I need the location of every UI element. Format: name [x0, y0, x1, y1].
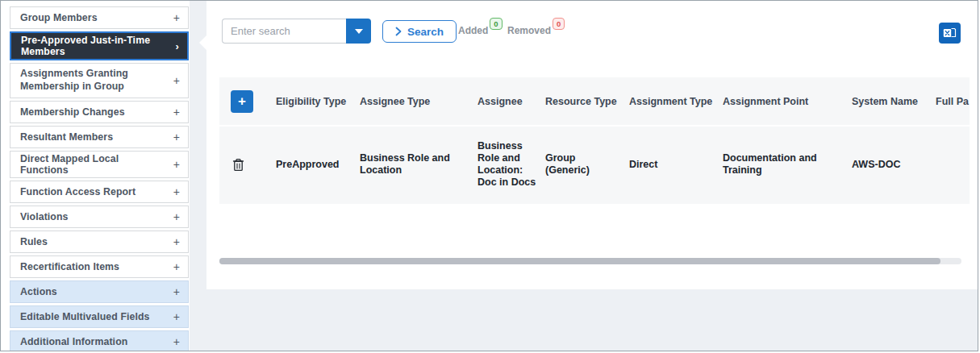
expand-plus-icon: + [173, 106, 180, 118]
sidebar-item-label: Direct Mapped Local Functions [20, 153, 167, 176]
cell-assignee-type: Business Role and Location [360, 152, 477, 176]
added-count-badge: 0 [490, 18, 502, 30]
sidebar-item-rules[interactable]: Rules + [10, 230, 189, 253]
search-dropdown-button[interactable] [346, 19, 371, 44]
sidebar-item-recertification-items[interactable]: Recertification Items + [10, 255, 189, 278]
chevron-right-icon: › [176, 40, 179, 52]
sidebar-item-label: Resultant Members [20, 131, 113, 143]
add-row-button[interactable]: + [231, 90, 253, 113]
expand-plus-icon: + [173, 210, 180, 223]
column-header-system-name: System Name [852, 96, 936, 107]
added-label: Added [458, 25, 488, 36]
panel-notch-pointer [199, 35, 206, 50]
search-input[interactable] [222, 19, 346, 44]
column-header-assignment-type: Assignment Type [629, 96, 723, 107]
delete-row-button[interactable] [232, 158, 244, 172]
column-header-assignment-point: Assignment Point [723, 96, 852, 107]
results-table: + Eligibility Type Assignee Type Assigne… [219, 77, 970, 204]
excel-icon [943, 27, 957, 39]
sidebar-item-label: Pre-Approved Just-in-Time Members [21, 35, 169, 57]
main-panel: Search Added0 Removed0 + Eligibi [206, 1, 978, 289]
sidebar-item-pre-approved-jit-members[interactable]: Pre-Approved Just-in-Time Members › [10, 31, 189, 60]
trash-icon [232, 158, 244, 172]
expand-plus-icon: + [173, 11, 180, 24]
removed-counter: Removed0 [507, 25, 565, 37]
sidebar-item-label: Membership Changes [20, 106, 125, 118]
chevron-right-icon [395, 27, 402, 36]
search-button[interactable]: Search [382, 20, 457, 43]
column-header-resource-type: Resource Type [545, 96, 629, 107]
export-to-excel-button[interactable] [939, 23, 961, 44]
sidebar-item-label: Assignments Granting Membership in Group [20, 68, 164, 93]
expand-plus-icon: + [173, 235, 180, 248]
sidebar-item-label: Function Access Report [20, 186, 136, 197]
column-header-eligibility-type: Eligibility Type [276, 96, 360, 107]
cell-assignment-type: Direct [629, 159, 723, 171]
sidebar-item-resultant-members[interactable]: Resultant Members + [10, 126, 189, 148]
sidebar-item-label: Violations [20, 211, 69, 222]
column-header-assignee-type: Assignee Type [360, 96, 477, 107]
table-row: PreApproved Business Role and Location B… [219, 127, 970, 202]
search-group [222, 19, 371, 44]
sidebar-item-label: Editable Multivalued Fields [20, 311, 150, 322]
expand-plus-icon: + [173, 131, 180, 143]
sidebar-item-group-members[interactable]: Group Members + [10, 6, 189, 29]
removed-label: Removed [507, 25, 551, 36]
cell-assignee-link[interactable]: Business Role and Location: Doc in Docs [477, 140, 545, 189]
table-header-row: + Eligibility Type Assignee Type Assigne… [219, 77, 970, 127]
sidebar-item-violations[interactable]: Violations + [10, 206, 189, 228]
sidebar-item-actions[interactable]: Actions + [10, 280, 189, 303]
cell-assignment-point: Documentation and Training [723, 152, 852, 176]
sidebar-item-direct-mapped-local-functions[interactable]: Direct Mapped Local Functions + [10, 151, 189, 178]
sidebar-item-label: Group Members [20, 12, 98, 23]
sidebar: Group Members + Pre-Approved Just-in-Tim… [1, 1, 190, 351]
cell-resource-type: Group (Generic) [545, 152, 629, 176]
expand-plus-icon: + [173, 185, 180, 198]
sidebar-item-assignments-granting-membership[interactable]: Assignments Granting Membership in Group… [10, 63, 189, 98]
expand-plus-icon: + [173, 285, 180, 298]
sidebar-item-editable-multivalued-fields[interactable]: Editable Multivalued Fields + [10, 305, 189, 328]
cell-system-name: AWS-DOC [852, 159, 936, 171]
cell-eligibility-type: PreApproved [276, 159, 360, 171]
added-counter: Added0 [458, 25, 503, 37]
sidebar-item-label: Rules [20, 236, 48, 247]
expand-plus-icon: + [173, 74, 180, 87]
expand-plus-icon: + [173, 335, 180, 348]
sidebar-item-function-access-report[interactable]: Function Access Report + [10, 181, 189, 203]
horizontal-scrollbar-track[interactable] [219, 258, 961, 264]
sidebar-item-label: Additional Information [20, 336, 127, 347]
column-header-assignee: Assignee [477, 96, 545, 107]
column-header-full-path: Full Pa [936, 96, 970, 107]
sidebar-item-additional-information[interactable]: Additional Information + [10, 330, 189, 351]
expand-plus-icon: + [173, 158, 180, 171]
search-button-label: Search [407, 26, 444, 38]
sidebar-item-membership-changes[interactable]: Membership Changes + [10, 101, 189, 123]
plus-icon: + [238, 94, 246, 108]
sidebar-item-label: Recertification Items [20, 261, 119, 272]
caret-down-icon [355, 29, 363, 34]
removed-count-badge: 0 [553, 18, 565, 30]
expand-plus-icon: + [173, 310, 180, 323]
expand-plus-icon: + [173, 260, 180, 273]
horizontal-scrollbar-thumb[interactable] [219, 258, 940, 264]
sidebar-item-label: Actions [20, 286, 57, 297]
app-window: Group Members + Pre-Approved Just-in-Tim… [0, 0, 978, 351]
